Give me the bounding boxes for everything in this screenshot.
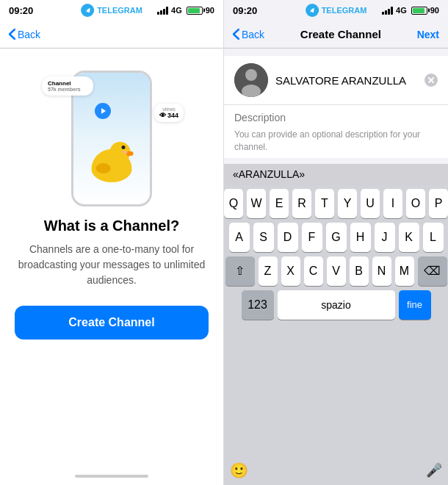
numbers-key[interactable]: 123 [242,290,274,320]
key-u[interactable]: U [361,189,380,218]
battery-pct-left: 90 [206,6,214,15]
page-title-right: Create Channel [300,28,381,40]
back-button-right[interactable]: Back [233,29,264,40]
key-y[interactable]: Y [338,189,357,218]
battery-left [187,7,203,15]
status-right-left: 4G 90 [157,6,214,15]
channel-bubble-sub: 57k members [48,87,87,92]
status-center-left: TELEGRAM [81,4,142,17]
key-a[interactable]: A [229,223,250,252]
description-section[interactable]: You can provide an optional description … [224,104,448,158]
key-e[interactable]: E [270,189,289,218]
key-h[interactable]: H [350,223,371,252]
name-input-wrapper[interactable]: SALVATORE ARANZULLA [275,73,438,87]
channel-bubble: Channel 57k members [42,76,93,96]
time-right: 09:20 [233,5,257,16]
status-center-right: TELEGRAM [306,4,367,17]
key-s[interactable]: S [253,223,274,252]
autocomplete-bar[interactable]: «ARANZULLA» [224,164,448,184]
channel-name-value: SALVATORE ARANZULLA [275,74,420,87]
time-left: 09:20 [9,5,33,16]
space-key[interactable]: spazio [278,290,395,320]
key-m[interactable]: M [395,256,414,286]
key-d[interactable]: D [278,223,298,252]
backspace-key[interactable]: ⌫ [418,256,447,286]
key-l[interactable]: L [423,223,444,252]
views-count: 👁 344 [159,112,178,119]
status-bar-left: 09:20 TELEGRAM 4G 90 [0,0,223,21]
mic-button[interactable]: 🎤 [426,462,442,478]
what-description: Channels are a one-to-many tool for broa… [15,242,209,288]
avatar [234,63,268,97]
key-j[interactable]: J [375,223,395,252]
telegram-label-left: TELEGRAM [97,6,142,15]
key-b[interactable]: B [350,256,369,286]
duck-illustration [92,142,132,182]
key-p[interactable]: P [429,189,448,218]
nav-bar-right: Back Create Channel Next [224,21,448,48]
what-title: What is a Channel? [44,218,179,234]
key-g[interactable]: G [326,223,347,252]
eye-icon: 👁 [159,112,166,119]
keyboard-bottom: 🙂 🎤 [224,459,448,485]
phone-illustration: Channel 57k members views 👁 344 [46,63,178,210]
keyboard-row-3: ⇧ Z X C V B N M ⌫ [226,256,446,286]
signal-bars-left [157,7,168,15]
key-w[interactable]: W [247,189,266,218]
key-f[interactable]: F [302,223,322,252]
keyboard: Q W E R T Y U I O P A S D F G H J K L ⇧ … [224,184,448,459]
emoji-button[interactable]: 🙂 [230,461,248,479]
signal-bars-right [382,7,393,15]
left-content: Channel 57k members views 👁 344 What is … [0,48,223,470]
home-indicator-left [0,470,223,485]
telegram-icon-left [81,4,94,17]
create-channel-button[interactable]: Create Channel [15,306,209,340]
status-right-right: 4G 90 [382,6,439,15]
telegram-label-right: TELEGRAM [322,6,367,15]
key-t[interactable]: T [315,189,334,218]
key-o[interactable]: O [406,189,425,218]
network-left: 4G [171,6,182,15]
key-r[interactable]: R [292,189,311,218]
views-label: views [162,107,176,112]
right-panel: 09:20 TELEGRAM 4G 90 Back Cre [224,0,448,485]
key-z[interactable]: Z [259,256,278,286]
clear-name-button[interactable] [424,73,438,87]
back-button-left[interactable]: Back [9,29,40,40]
key-n[interactable]: N [372,256,391,286]
battery-pct-right: 90 [430,6,439,15]
keyboard-row-1: Q W E R T Y U I O P [226,189,446,218]
key-c[interactable]: C [304,256,323,286]
description-hint: You can provide an optional description … [234,129,438,154]
key-x[interactable]: X [281,256,300,286]
done-key[interactable]: fine [399,290,431,320]
svg-point-1 [245,69,257,81]
nav-bar-left: Back [0,21,223,48]
status-bar-right: 09:20 TELEGRAM 4G 90 [224,0,448,21]
next-button[interactable]: Next [417,29,439,40]
telegram-icon-right [306,4,319,17]
keyboard-row-2: A S D F G H J K L [226,223,446,252]
channel-bubble-title: Channel [48,80,87,87]
description-input[interactable] [234,112,438,123]
network-right: 4G [396,6,407,15]
keyboard-row-4: 123 spazio fine [226,290,446,320]
views-bubble: views 👁 344 [154,104,184,122]
name-field-section: SALVATORE ARANZULLA [224,56,448,104]
shift-key[interactable]: ⇧ [225,256,255,286]
key-v[interactable]: V [327,256,346,286]
key-q[interactable]: Q [224,189,243,218]
key-i[interactable]: I [383,189,402,218]
key-k[interactable]: K [399,223,419,252]
left-panel: 09:20 TELEGRAM 4G 90 Back [0,0,224,485]
battery-right [411,7,427,15]
play-button[interactable] [95,103,111,119]
